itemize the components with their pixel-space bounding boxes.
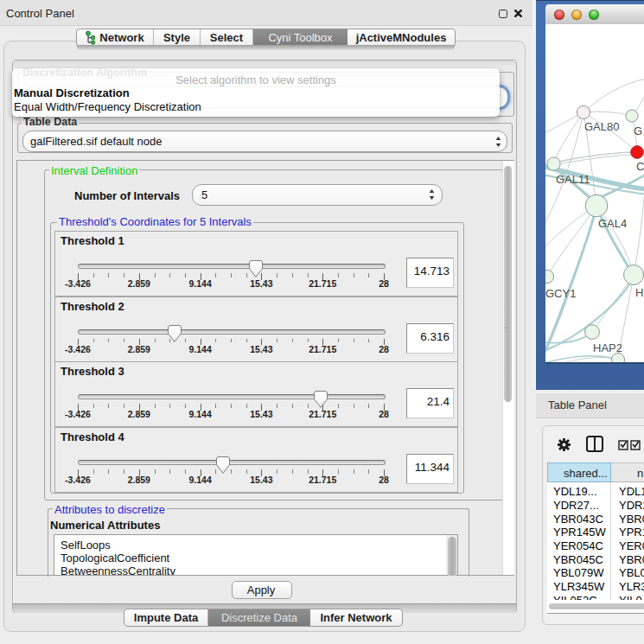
svg-text:G…: G… <box>634 124 644 137</box>
svg-text:C…: C… <box>636 160 644 173</box>
svg-text:GAL80: GAL80 <box>584 120 619 133</box>
svg-text:GAL11: GAL11 <box>556 173 590 186</box>
svg-text:H…: H… <box>635 286 644 299</box>
svg-text:HAP2: HAP2 <box>593 341 622 354</box>
svg-text:GCY1: GCY1 <box>545 287 576 300</box>
svg-text:GAL4: GAL4 <box>598 217 627 230</box>
